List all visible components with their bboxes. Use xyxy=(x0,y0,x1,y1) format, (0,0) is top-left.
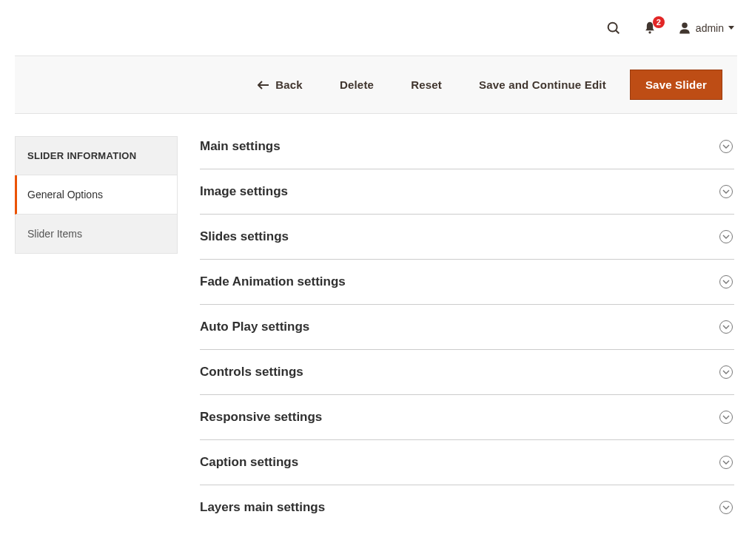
section-row[interactable]: Layers main settings xyxy=(200,485,734,530)
section-row[interactable]: Slides settings xyxy=(200,215,734,260)
arrow-left-icon xyxy=(258,81,269,90)
section-row[interactable]: Image settings xyxy=(200,169,734,215)
notifications-button[interactable]: 2 xyxy=(642,21,657,36)
section-row[interactable]: Responsive settings xyxy=(200,395,734,440)
sidebar-item[interactable]: Slider Items xyxy=(15,215,178,254)
section-title: Responsive settings xyxy=(200,410,322,425)
section-title: Main settings xyxy=(200,139,281,154)
chevron-down-icon xyxy=(719,365,733,379)
sidebar-item-label: Slider Items xyxy=(27,228,82,240)
back-label: Back xyxy=(275,78,303,91)
svg-line-1 xyxy=(616,30,619,33)
reset-label: Reset xyxy=(411,78,442,91)
notification-badge: 2 xyxy=(653,16,665,28)
section-title: Image settings xyxy=(200,184,288,199)
section-title: Controls settings xyxy=(200,365,303,379)
delete-button[interactable]: Delete xyxy=(326,71,387,98)
chevron-down-icon xyxy=(719,185,733,198)
chevron-down-icon xyxy=(719,320,733,334)
chevron-down-icon xyxy=(719,411,733,424)
top-header: 2 admin xyxy=(0,0,752,55)
section-row[interactable]: Controls settings xyxy=(200,350,734,395)
user-menu[interactable]: admin xyxy=(678,21,734,35)
section-row[interactable]: Caption settings xyxy=(200,440,734,485)
section-title: Slides settings xyxy=(200,229,289,244)
save-button[interactable]: Save Slider xyxy=(630,70,722,100)
section-row[interactable]: Fade Animation settings xyxy=(200,260,734,305)
settings-sections: Main settingsImage settingsSlides settin… xyxy=(200,136,734,530)
page-root: 2 admin Back Delete Reset Save and Cont xyxy=(0,0,752,559)
search-button[interactable] xyxy=(605,20,622,36)
sidebar-items: General OptionsSlider Items xyxy=(15,175,178,254)
reset-button[interactable]: Reset xyxy=(397,71,455,98)
user-label: admin xyxy=(696,22,724,34)
svg-point-3 xyxy=(682,22,688,28)
save-continue-label: Save and Continue Edit xyxy=(479,78,606,91)
section-row[interactable]: Auto Play settings xyxy=(200,305,734,350)
caret-down-icon xyxy=(728,26,734,30)
sidebar-item-label: General Options xyxy=(27,189,103,200)
save-label: Save Slider xyxy=(645,78,707,91)
sidebar: SLIDER INFORMATION General OptionsSlider… xyxy=(15,136,178,254)
section-title: Fade Animation settings xyxy=(200,274,346,289)
back-button[interactable]: Back xyxy=(244,71,316,98)
delete-label: Delete xyxy=(340,78,374,91)
section-row[interactable]: Main settings xyxy=(200,136,734,169)
user-icon xyxy=(678,21,691,35)
sidebar-item[interactable]: General Options xyxy=(15,175,178,215)
chevron-down-icon xyxy=(719,230,733,243)
chevron-down-icon xyxy=(719,456,733,469)
content-area: SLIDER INFORMATION General OptionsSlider… xyxy=(0,114,752,559)
chevron-down-icon xyxy=(719,275,733,289)
search-icon xyxy=(605,20,622,36)
sidebar-header: SLIDER INFORMATION xyxy=(15,136,178,175)
svg-point-0 xyxy=(608,22,617,31)
action-bar: Back Delete Reset Save and Continue Edit… xyxy=(15,55,737,114)
section-title: Layers main settings xyxy=(200,500,325,515)
section-title: Auto Play settings xyxy=(200,320,309,334)
chevron-down-icon xyxy=(719,501,733,514)
save-continue-button[interactable]: Save and Continue Edit xyxy=(466,71,620,98)
section-title: Caption settings xyxy=(200,455,298,470)
svg-point-2 xyxy=(648,31,651,33)
chevron-down-icon xyxy=(719,140,733,153)
